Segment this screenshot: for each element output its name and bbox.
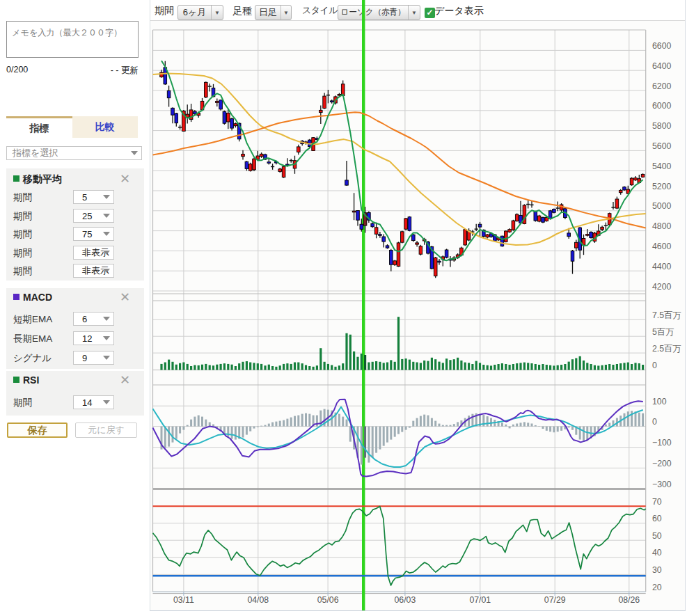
svg-text:6000: 6000 xyxy=(652,101,672,111)
svg-text:5600: 5600 xyxy=(652,141,672,151)
svg-text:5800: 5800 xyxy=(652,121,672,131)
svg-text:40: 40 xyxy=(652,548,662,558)
svg-text:4800: 4800 xyxy=(652,221,672,231)
svg-text:−200: −200 xyxy=(652,459,672,468)
svg-text:06/03: 06/03 xyxy=(395,595,416,605)
svg-text:03/11: 03/11 xyxy=(173,595,194,605)
svg-text:04/08: 04/08 xyxy=(247,595,269,605)
svg-text:5200: 5200 xyxy=(652,182,672,191)
svg-text:50: 50 xyxy=(652,531,662,541)
svg-text:−300: −300 xyxy=(652,480,672,489)
svg-text:08/26: 08/26 xyxy=(618,595,640,605)
svg-text:05/06: 05/06 xyxy=(317,595,339,605)
svg-text:2.5百万: 2.5百万 xyxy=(652,344,681,354)
svg-text:20: 20 xyxy=(652,583,662,592)
svg-text:6400: 6400 xyxy=(652,61,672,71)
svg-text:100: 100 xyxy=(652,397,667,406)
svg-text:5400: 5400 xyxy=(652,161,672,171)
svg-text:0: 0 xyxy=(652,417,657,427)
svg-text:30: 30 xyxy=(652,565,662,575)
svg-text:60: 60 xyxy=(652,514,662,523)
svg-text:5百万: 5百万 xyxy=(652,327,674,337)
svg-text:5000: 5000 xyxy=(652,201,672,211)
svg-text:4400: 4400 xyxy=(652,262,672,271)
svg-text:4200: 4200 xyxy=(652,282,672,292)
svg-text:6600: 6600 xyxy=(652,41,672,51)
svg-text:07/29: 07/29 xyxy=(544,595,566,605)
svg-text:4600: 4600 xyxy=(652,242,672,251)
svg-text:07/01: 07/01 xyxy=(469,595,491,605)
svg-text:0: 0 xyxy=(652,361,657,370)
svg-text:7.5百万: 7.5百万 xyxy=(652,310,681,320)
svg-text:70: 70 xyxy=(652,497,662,507)
svg-text:−100: −100 xyxy=(652,438,672,448)
svg-text:6200: 6200 xyxy=(652,81,672,91)
